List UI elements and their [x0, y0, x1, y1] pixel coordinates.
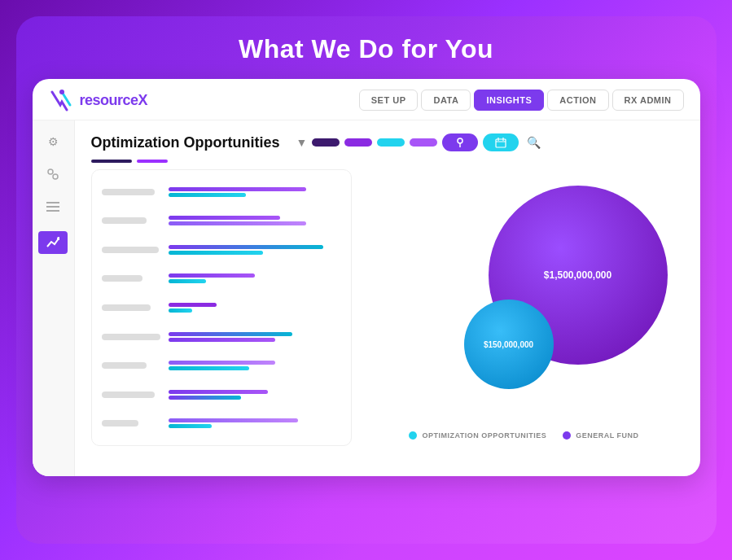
legend-dot-cyan	[409, 431, 417, 440]
legend-label-1: OPTIMIZATION OPPORTUNITIES	[422, 431, 546, 440]
table-row	[169, 245, 341, 255]
bar-label	[102, 275, 142, 282]
bar-purple	[169, 216, 281, 220]
svg-point-2	[53, 174, 58, 179]
sidebar-list-icon[interactable]	[45, 199, 61, 215]
bar-labels	[102, 180, 160, 435]
bar-cyan	[169, 308, 193, 313]
bars-container	[169, 180, 341, 435]
bar-gradient	[169, 396, 241, 400]
bar-label	[102, 189, 155, 195]
outer-card: What We Do for You resourceX SET UP DATA…	[16, 16, 717, 544]
bar-purple	[169, 338, 275, 342]
legend: OPTIMIZATION OPPORTUNITIES GENERAL FUND	[365, 425, 684, 446]
page-title: What We Do for You	[239, 34, 493, 64]
tab-insights[interactable]: INSIGHTS	[474, 90, 544, 111]
tab-data[interactable]: DATA	[421, 90, 471, 111]
bar-label	[102, 362, 147, 369]
sidebar-chart-icon[interactable]	[38, 231, 68, 254]
tab-rx-admin[interactable]: RX ADMIN	[612, 90, 684, 111]
bar-label	[102, 304, 151, 311]
prog-seg-1	[91, 160, 132, 163]
bar-label	[102, 392, 155, 398]
bar-cyan	[169, 193, 246, 197]
inner-card: resourceX SET UP DATA INSIGHTS ACTION RX…	[33, 79, 700, 476]
bar-cyan	[169, 366, 250, 370]
logo-icon	[49, 89, 75, 112]
section-title: Optimization Opportunities	[91, 134, 280, 151]
large-bubble-label: $1,500,000,000	[544, 269, 611, 281]
bubbles-wrapper: $1,500,000,000 $150,000,000	[365, 169, 684, 425]
sidebar: ⚙	[33, 120, 75, 476]
svg-rect-10	[496, 139, 506, 147]
svg-point-0	[59, 90, 64, 94]
bar-label	[102, 217, 147, 224]
content-area: ⚙	[33, 120, 700, 476]
charts-row: $1,500,000,000 $150,000,000 OPTIMIZA	[91, 169, 684, 463]
bubble-chart-area: $1,500,000,000 $150,000,000 OPTIMIZA	[365, 169, 684, 446]
logo-text: resourceX	[80, 92, 148, 109]
legend-item-1: OPTIMIZATION OPPORTUNITIES	[409, 431, 546, 440]
legend-dot-purple	[563, 431, 571, 440]
bar-cyan	[169, 279, 207, 283]
bar-gradient	[169, 332, 293, 336]
table-row	[169, 303, 341, 313]
filter-pill-purple[interactable]	[344, 138, 372, 147]
tab-action[interactable]: ACTION	[547, 90, 608, 111]
small-bubble-label: $150,000,000	[484, 340, 533, 349]
logo-brand: resourceX	[80, 92, 148, 108]
bar-purple	[169, 303, 217, 307]
bar-gradient	[169, 245, 324, 249]
nav-tabs: SET UP DATA INSIGHTS ACTION RX ADMIN	[359, 90, 684, 111]
svg-point-8	[458, 138, 462, 143]
bar-label	[102, 334, 160, 340]
table-row	[169, 361, 341, 370]
section-header: Optimization Opportunities ▼	[91, 133, 684, 151]
logo-area: resourceX	[49, 89, 148, 112]
bar-purple	[169, 187, 307, 191]
bar-cyan	[169, 251, 264, 255]
filter-pill-mid-purple[interactable]	[410, 138, 437, 147]
main-content: Optimization Opportunities ▼	[75, 120, 700, 476]
legend-label-2: GENERAL FUND	[576, 431, 638, 440]
table-row	[169, 390, 341, 400]
table-row	[169, 216, 341, 225]
bar-light-purple	[169, 361, 275, 365]
tab-setup[interactable]: SET UP	[359, 90, 419, 111]
table-row	[169, 187, 341, 197]
top-nav: resourceX SET UP DATA INSIGHTS ACTION RX…	[33, 79, 700, 120]
progress-bar-row	[91, 160, 684, 163]
svg-point-1	[48, 169, 53, 174]
bar-label	[102, 247, 159, 253]
filter-pill-dark-purple[interactable]	[312, 138, 340, 147]
legend-item-2: GENERAL FUND	[563, 431, 638, 440]
small-bubble: $150,000,000	[464, 300, 554, 389]
table-row	[169, 273, 341, 283]
bar-purple	[169, 273, 255, 278]
bar-cyan	[169, 424, 212, 428]
filter-pill-active-purple[interactable]	[442, 133, 478, 151]
table-row	[169, 418, 341, 428]
bar-label	[102, 420, 138, 427]
table-row	[169, 332, 341, 342]
bar-chart-area	[91, 169, 352, 446]
bar-light-purple	[169, 418, 298, 422]
prog-seg-2	[137, 160, 168, 163]
sidebar-gear-icon[interactable]: ⚙	[45, 133, 61, 150]
bar-light-purple	[169, 221, 307, 225]
filter-bar: ▼	[296, 133, 541, 151]
sidebar-gear2-icon[interactable]	[45, 166, 61, 182]
filter-pill-active-teal[interactable]	[483, 133, 519, 151]
search-icon[interactable]: 🔍	[527, 136, 541, 149]
filter-icon[interactable]: ▼	[296, 136, 308, 149]
bar-purple	[169, 390, 269, 394]
filter-pill-cyan[interactable]	[377, 138, 405, 147]
